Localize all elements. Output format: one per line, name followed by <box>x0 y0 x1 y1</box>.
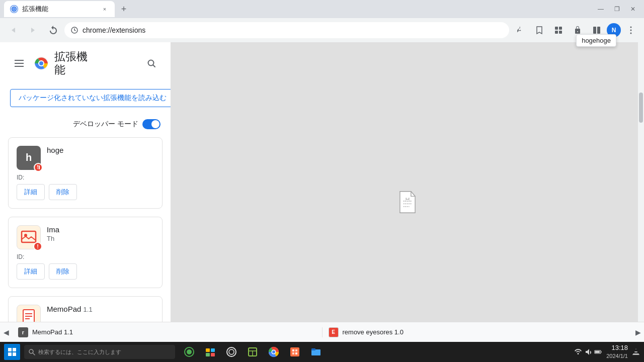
ext-remove-button-2[interactable]: 削除 <box>49 263 77 280</box>
taskbar-time: 13:18 2024/1/1 <box>606 343 628 360</box>
taskbar-app-icon-1 <box>183 346 195 358</box>
nav-right-buttons: N <box>511 21 640 39</box>
back-button[interactable] <box>4 21 22 39</box>
svg-rect-9 <box>597 27 600 34</box>
new-tab-button[interactable]: + <box>117 2 131 16</box>
developer-mode-row: デベロッパー モード <box>0 115 171 133</box>
bottom-scroll-left[interactable]: ◀ <box>0 326 12 338</box>
hamburger-icon <box>15 60 24 67</box>
svg-point-38 <box>187 349 192 354</box>
overlay-panel <box>171 42 644 362</box>
taskbar-system-icons <box>574 348 602 356</box>
title-bar: 拡張機能 × + — ❐ ✕ <box>0 0 644 18</box>
taskbar-app-icon-3 <box>225 346 237 358</box>
close-button[interactable]: ✕ <box>626 2 640 16</box>
bottom-scroll-right[interactable]: ▶ <box>632 326 644 338</box>
svg-point-43 <box>227 347 236 356</box>
svg-rect-40 <box>211 348 215 352</box>
broken-file-icon <box>395 190 420 214</box>
bottom-ext-remove-eyesores-icon: E <box>329 327 339 337</box>
svg-rect-34 <box>13 352 16 356</box>
svg-point-2 <box>13 8 15 10</box>
ext-actions: 詳細 削除 <box>17 184 154 200</box>
ext-desc-2: Th <box>47 235 154 242</box>
svg-rect-51 <box>290 347 299 356</box>
ext-id-row: ID: <box>17 174 154 181</box>
forward-button[interactable] <box>24 21 42 39</box>
taskbar-app-4[interactable] <box>243 342 263 362</box>
sidebar: 拡張機能 パッケージ化されていない拡張機能を読み込む デベロッパー モード <box>0 42 171 362</box>
chrome-logo <box>34 56 48 70</box>
extensions-history-button[interactable] <box>549 21 568 39</box>
load-unpacked-button[interactable]: パッケージ化されていない拡張機能を読み込む <box>10 89 171 107</box>
refresh-button[interactable] <box>44 21 62 39</box>
bottom-ext-remove-eyesores: E remove eyesores 1.0 <box>323 327 632 337</box>
taskbar-search-bar[interactable]: 検索するには、ここに入力します <box>24 345 175 359</box>
svg-rect-8 <box>593 27 596 34</box>
svg-rect-59 <box>601 351 602 352</box>
taskbar-app-icon-6 <box>310 346 322 358</box>
svg-rect-54 <box>292 352 294 354</box>
address-text: chrome://extensions <box>83 26 503 34</box>
ext-id-row-2: ID: <box>17 253 154 260</box>
hamburger-button[interactable] <box>10 54 28 72</box>
scrollbar-track[interactable] <box>638 42 644 362</box>
svg-point-30 <box>409 198 410 199</box>
svg-point-29 <box>406 198 407 199</box>
bookmark-button[interactable] <box>530 21 548 39</box>
scrollbar-thumb[interactable] <box>639 93 643 123</box>
ext-actions-2: 詳細 削除 <box>17 263 154 280</box>
page-title: 拡張機能 <box>54 50 88 77</box>
bottom-ext-memopad: r MemoPad 1.1 <box>12 327 323 337</box>
error-badge: ! <box>34 163 43 172</box>
window-controls: — ❐ ✕ <box>594 2 640 16</box>
ext-details-button-2[interactable]: 詳細 <box>17 263 45 280</box>
svg-line-36 <box>33 353 35 355</box>
taskbar-start-button[interactable] <box>4 344 20 360</box>
restore-button[interactable]: ❐ <box>610 2 624 16</box>
address-bar[interactable]: chrome://extensions <box>64 22 509 38</box>
svg-rect-61 <box>633 353 639 354</box>
ext-remove-button[interactable]: 削除 <box>49 184 77 200</box>
ext-info-3: MemoPad 1.1 <box>47 305 154 313</box>
sidebar-header: 拡張機能 <box>0 42 171 85</box>
error-badge-2: ! <box>33 242 42 251</box>
taskbar-app-1[interactable] <box>179 342 199 362</box>
taskbar: 検索するには、ここに入力します <box>0 342 644 362</box>
no-image-placeholder <box>395 190 420 214</box>
developer-mode-toggle[interactable] <box>142 119 160 129</box>
taskbar-date-text: 2024/1/1 <box>606 352 628 360</box>
extension-card-hogehoge: h ! hoge ID: 詳細 削除 <box>8 137 163 209</box>
share-button[interactable] <box>511 21 529 39</box>
ext-details-button[interactable]: 詳細 <box>17 184 45 200</box>
taskbar-app-chrome[interactable] <box>264 342 284 362</box>
taskbar-app-2[interactable] <box>200 342 220 362</box>
search-button[interactable] <box>142 54 160 72</box>
chrome-taskbar-icon <box>268 346 280 358</box>
taskbar-app-3[interactable] <box>221 342 242 362</box>
tab-close-button[interactable]: × <box>101 5 109 13</box>
svg-rect-52 <box>292 349 294 351</box>
taskbar-app-icon-2 <box>204 346 216 358</box>
minimize-button[interactable]: — <box>594 2 608 16</box>
developer-mode-label: デベロッパー モード <box>73 120 138 129</box>
nav-bar: chrome://extensions N <box>0 18 644 42</box>
svg-rect-55 <box>295 352 297 354</box>
svg-rect-6 <box>555 31 558 34</box>
taskbar-app-6[interactable] <box>306 342 326 362</box>
svg-rect-41 <box>206 353 210 356</box>
ext-name: hoge <box>47 146 154 154</box>
taskbar-right: 13:18 2024/1/1 <box>574 343 640 360</box>
taskbar-app-5[interactable] <box>285 342 305 362</box>
taskbar-search-icon <box>28 348 35 355</box>
ext-icon-hogehoge: h ! <box>17 146 41 170</box>
menu-button[interactable] <box>622 21 640 39</box>
ext-header-2: ! Ima Th <box>17 225 154 249</box>
ext-header: h ! hoge <box>17 146 154 170</box>
main-overlay <box>171 42 644 362</box>
svg-rect-57 <box>311 348 315 350</box>
browser-tab[interactable]: 拡張機能 × <box>4 1 115 17</box>
page-content: 拡張機能 パッケージ化されていない拡張機能を読み込む デベロッパー モード <box>0 42 644 362</box>
bottom-ext-memopad-name: MemoPad 1.1 <box>32 328 73 336</box>
svg-rect-31 <box>8 348 12 351</box>
